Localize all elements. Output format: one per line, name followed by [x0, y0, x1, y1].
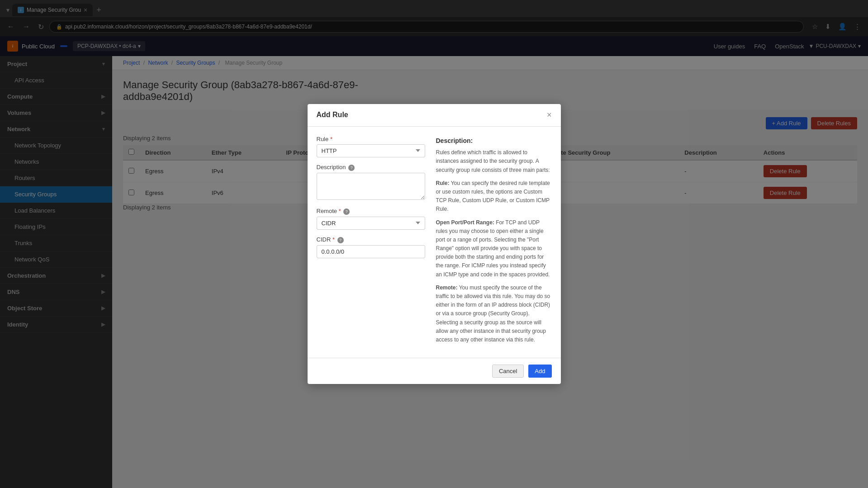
cidr-input[interactable]: [317, 245, 425, 258]
remote-form-group: Remote * ? CIDR Security Group: [317, 208, 425, 230]
remote-term: Remote:: [436, 284, 458, 291]
description-port: Open Port/Port Range: For TCP and UDP ru…: [436, 218, 552, 279]
description-info-icon[interactable]: ?: [348, 165, 355, 171]
remote-info-icon[interactable]: ?: [343, 208, 350, 215]
description-label: Description ?: [317, 164, 425, 171]
description-form-group: Description ?: [317, 164, 425, 201]
remote-required-star: *: [339, 208, 341, 214]
modal-footer: Cancel Add: [308, 358, 561, 384]
modal-body: Rule * HTTP HTTPS Custom TCP Rule Custom…: [308, 127, 561, 358]
modal-header: Add Rule ×: [308, 104, 561, 127]
modal-description-panel: Description: Rules define which traffic …: [436, 136, 552, 349]
cancel-button[interactable]: Cancel: [492, 365, 524, 378]
cidr-form-group: CIDR * ?: [317, 236, 425, 258]
description-remote: Remote: You must specify the source of t…: [436, 284, 552, 344]
port-term: Open Port/Port Range:: [436, 219, 494, 226]
cidr-required-star: *: [332, 236, 335, 243]
rule-required-star: *: [330, 136, 332, 142]
modal-overlay: Add Rule × Rule * HTTP HTTPS Custom TCP …: [0, 0, 868, 488]
rule-form-group: Rule * HTTP HTTPS Custom TCP Rule Custom…: [317, 136, 425, 157]
rule-select[interactable]: HTTP HTTPS Custom TCP Rule Custom UDP Ru…: [317, 144, 425, 157]
cidr-label: CIDR * ?: [317, 236, 425, 243]
add-button[interactable]: Add: [528, 365, 551, 378]
description-rule: Rule: You can specify the desired rule t…: [436, 179, 552, 214]
remote-label: Remote * ?: [317, 208, 425, 215]
rule-label: Rule *: [317, 136, 425, 142]
description-textarea[interactable]: [317, 173, 425, 200]
modal-title: Add Rule: [317, 111, 348, 119]
remote-text: You must specify the source of the traff…: [436, 284, 550, 343]
description-intro: Rules define which traffic is allowed to…: [436, 148, 552, 175]
cidr-info-icon[interactable]: ?: [337, 237, 344, 243]
rule-term: Rule:: [436, 180, 450, 186]
add-rule-modal: Add Rule × Rule * HTTP HTTPS Custom TCP …: [308, 104, 561, 384]
modal-close-button[interactable]: ×: [547, 110, 552, 120]
description-heading: Description:: [436, 136, 552, 146]
remote-select[interactable]: CIDR Security Group: [317, 217, 425, 230]
port-text: For TCP and UDP rules you may choose to …: [436, 219, 550, 278]
rule-text: You can specify the desired rule templat…: [436, 180, 550, 213]
modal-form: Rule * HTTP HTTPS Custom TCP Rule Custom…: [317, 136, 425, 349]
